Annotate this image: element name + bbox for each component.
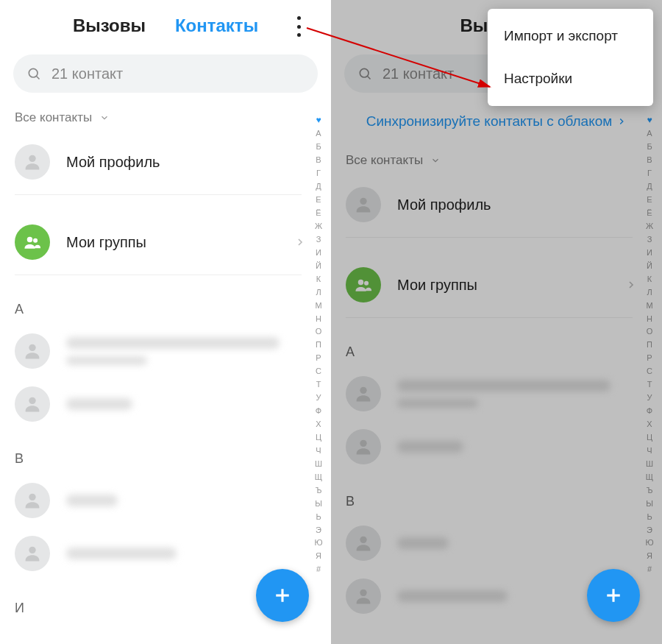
index-letter[interactable]: Я	[316, 551, 321, 562]
index-letter[interactable]: Ц	[647, 432, 652, 444]
index-letter[interactable]: Ъ	[316, 485, 322, 497]
index-letter[interactable]: З	[316, 234, 321, 246]
index-letter[interactable]: Г	[316, 168, 321, 180]
my-groups-row[interactable]: Мои группы	[331, 258, 662, 311]
svg-point-4	[33, 238, 38, 243]
index-letter[interactable]: А	[316, 128, 321, 140]
index-letter[interactable]: П	[647, 339, 652, 351]
menu-settings[interactable]: Настройки	[488, 57, 653, 100]
index-letter[interactable]: Ш	[646, 459, 653, 470]
index-letter[interactable]: Б	[316, 141, 321, 153]
index-letter[interactable]: Т	[647, 379, 652, 391]
index-letter[interactable]: Н	[647, 314, 652, 325]
pane-left: Вызовы Контакты 21 контакт Все контакты …	[0, 0, 331, 644]
index-letter[interactable]: У	[647, 392, 652, 404]
index-letter[interactable]: Л	[647, 287, 652, 299]
contact-row[interactable]	[331, 420, 662, 473]
alpha-index[interactable]: ♥ АБВГДЕЁЖЗИЙКЛМНОПРСТУФХЦЧШЩЪЫЬЭЮЯ#	[309, 114, 328, 576]
index-letter[interactable]: Е	[316, 194, 321, 206]
index-letter[interactable]: Ч	[316, 445, 321, 457]
index-letter[interactable]: Ь	[647, 512, 652, 523]
index-letter[interactable]: К	[316, 274, 321, 286]
index-letter[interactable]: Х	[647, 419, 652, 431]
index-letter[interactable]: Щ	[646, 472, 653, 484]
index-letter[interactable]: У	[316, 392, 321, 404]
index-letter[interactable]: Е	[647, 194, 652, 206]
tab-contacts[interactable]: Контакты	[175, 15, 258, 36]
index-letter[interactable]: Ц	[316, 432, 321, 444]
index-letter[interactable]: Н	[316, 314, 321, 325]
alpha-index[interactable]: ♥ АБВГДЕЁЖЗИЙКЛМНОПРСТУФХЦЧШЩЪЫЬЭЮЯ#	[640, 114, 659, 576]
index-letter[interactable]: Ж	[646, 221, 653, 233]
index-letter[interactable]: Ш	[315, 459, 322, 470]
contact-row[interactable]	[331, 367, 662, 420]
index-letter[interactable]: #	[316, 564, 321, 576]
add-contact-fab[interactable]	[256, 569, 309, 622]
index-letter[interactable]: М	[315, 300, 321, 312]
contact-row[interactable]	[0, 378, 331, 431]
index-letter[interactable]: Р	[316, 353, 321, 364]
index-letter[interactable]: Ф	[647, 406, 652, 417]
index-letter[interactable]: О	[316, 326, 322, 338]
index-letter[interactable]: Ф	[316, 406, 321, 417]
index-letter[interactable]: Л	[316, 287, 321, 299]
my-profile-row[interactable]: Мой профиль	[0, 135, 331, 188]
index-letter[interactable]: О	[647, 326, 653, 338]
index-letter[interactable]: П	[316, 339, 321, 351]
index-letter[interactable]: И	[316, 247, 321, 259]
index-letter[interactable]: Х	[316, 419, 321, 431]
index-letter[interactable]: Э	[316, 525, 321, 537]
heart-icon: ♥	[316, 114, 321, 127]
add-contact-fab[interactable]	[587, 569, 640, 622]
index-letter[interactable]: Ю	[645, 537, 653, 549]
index-letter[interactable]: Р	[647, 353, 652, 364]
index-letter[interactable]: И	[647, 247, 652, 259]
index-letter[interactable]: С	[316, 366, 321, 378]
index-letter[interactable]: В	[647, 155, 652, 166]
svg-point-15	[364, 281, 369, 286]
index-letter[interactable]: Ё	[647, 208, 652, 219]
index-letter[interactable]: Ж	[315, 221, 322, 233]
index-letter[interactable]: Д	[647, 181, 652, 193]
index-letter[interactable]: Д	[316, 181, 321, 193]
contacts-filter[interactable]: Все контакты	[0, 100, 331, 135]
index-letter[interactable]: Й	[647, 261, 652, 272]
contact-row[interactable]	[331, 517, 662, 570]
svg-point-16	[360, 387, 366, 394]
index-letter[interactable]: З	[647, 234, 652, 246]
my-groups-row[interactable]: Мои группы	[0, 216, 331, 269]
index-letter[interactable]: В	[316, 155, 321, 166]
index-letter[interactable]: Ю	[314, 537, 322, 549]
index-letter[interactable]: #	[647, 564, 652, 576]
index-letter[interactable]: Ъ	[647, 485, 653, 497]
index-letter[interactable]: Т	[316, 379, 321, 391]
contact-row[interactable]	[0, 474, 331, 527]
index-letter[interactable]: Б	[647, 141, 652, 153]
my-profile-row[interactable]: Мой профиль	[331, 178, 662, 231]
index-letter[interactable]: С	[647, 366, 652, 378]
blurred-name	[397, 399, 478, 408]
contact-row[interactable]	[0, 325, 331, 378]
index-letter[interactable]: М	[646, 300, 652, 312]
index-letter[interactable]: Щ	[315, 472, 322, 484]
dots-icon	[297, 16, 301, 20]
index-letter[interactable]: Ь	[316, 512, 321, 523]
index-letter[interactable]: Ы	[646, 498, 653, 510]
search-input[interactable]: 21 контакт	[13, 54, 318, 93]
index-letter[interactable]: А	[647, 128, 652, 140]
avatar	[15, 483, 50, 518]
menu-import-export[interactable]: Импорт и экспорт	[488, 15, 653, 57]
index-letter[interactable]: Я	[647, 551, 652, 562]
index-letter[interactable]: Ч	[647, 445, 652, 457]
index-letter[interactable]: Й	[316, 261, 321, 272]
sync-cloud-banner[interactable]: Синхронизируйте контакты с облаком	[331, 100, 662, 143]
person-icon	[22, 543, 43, 564]
tab-calls[interactable]: Вызовы	[73, 15, 146, 36]
more-menu-button[interactable]	[290, 16, 307, 37]
index-letter[interactable]: Ы	[315, 498, 322, 510]
index-letter[interactable]: Э	[647, 525, 652, 537]
index-letter[interactable]: К	[647, 274, 652, 286]
index-letter[interactable]: Ё	[316, 208, 321, 219]
contacts-filter[interactable]: Все контакты	[331, 143, 662, 178]
index-letter[interactable]: Г	[647, 168, 652, 180]
